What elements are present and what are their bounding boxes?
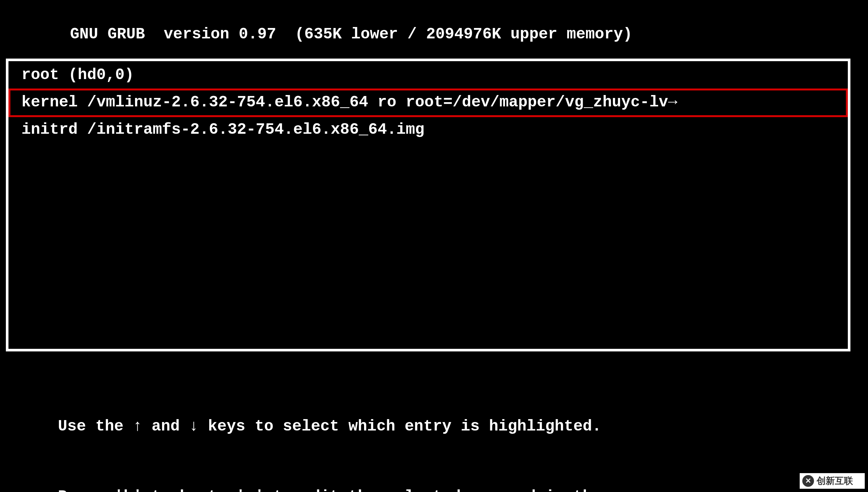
grub-screen: GNU GRUB version 0.97 (635K lower / 2094…	[0, 0, 868, 492]
watermark-label: 创新互联	[817, 475, 853, 487]
grub-title: GNU GRUB version 0.97 (635K lower / 2094…	[70, 25, 632, 43]
grub-menu-line-root[interactable]: root (hd0,0)	[8, 61, 848, 89]
grub-menu-box[interactable]: root (hd0,0) kernel /vmlinuz-2.6.32-754.…	[6, 58, 850, 351]
watermark-icon: ✕	[802, 475, 814, 487]
instruction-line-2: Press 'b' to boot, 'e' to edit the selec…	[58, 485, 630, 492]
grub-menu-line-kernel[interactable]: kernel /vmlinuz-2.6.32-754.el6.x86_64 ro…	[8, 89, 848, 116]
grub-header: GNU GRUB version 0.97 (635K lower / 2094…	[0, 0, 868, 65]
grub-instructions: Use the ↑ and ↓ keys to select which ent…	[58, 368, 630, 492]
watermark-badge: ✕ 创新互联	[800, 473, 865, 489]
instruction-line-1: Use the ↑ and ↓ keys to select which ent…	[58, 415, 630, 438]
grub-menu-line-initrd[interactable]: initrd /initramfs-2.6.32-754.el6.x86_64.…	[8, 116, 848, 143]
